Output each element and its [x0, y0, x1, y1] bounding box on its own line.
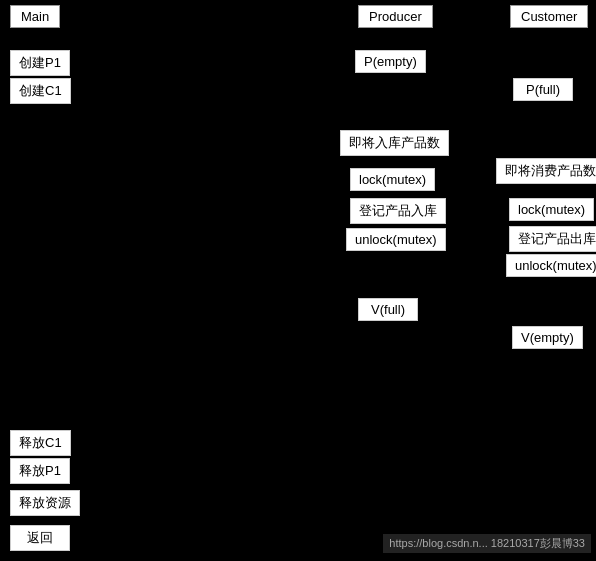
column-producer-header: Producer [358, 5, 433, 28]
p-about-add-box: 即将入库产品数 [340, 130, 449, 156]
c-register-box: 登记产品出库 [509, 226, 596, 252]
c-vempty-box: V(empty) [512, 326, 583, 349]
c-about-consume-box: 即将消费产品数 [496, 158, 596, 184]
p-register-box: 登记产品入库 [350, 198, 446, 224]
release-p1-box: 释放P1 [10, 458, 70, 484]
watermark: https://blog.csdn.n... 18210317彭晨博33 [383, 534, 591, 553]
c-lock-box: lock(mutex) [509, 198, 594, 221]
p-vfull-box: V(full) [358, 298, 418, 321]
return-box: 返回 [10, 525, 70, 551]
column-main-header: Main [10, 5, 60, 28]
c-pfull-box: P(full) [513, 78, 573, 101]
release-res-box: 释放资源 [10, 490, 80, 516]
create-p1-box: 创建P1 [10, 50, 70, 76]
create-c1-box: 创建C1 [10, 78, 71, 104]
p-empty-box: P(empty) [355, 50, 426, 73]
p-unlock-box: unlock(mutex) [346, 228, 446, 251]
release-c1-box: 释放C1 [10, 430, 71, 456]
column-customer-header: Customer [510, 5, 588, 28]
c-unlock-box: unlock(mutex) [506, 254, 596, 277]
p-lock-box: lock(mutex) [350, 168, 435, 191]
diagram: Main Producer Customer 创建P1 创建C1 释放C1 释放… [0, 0, 596, 561]
